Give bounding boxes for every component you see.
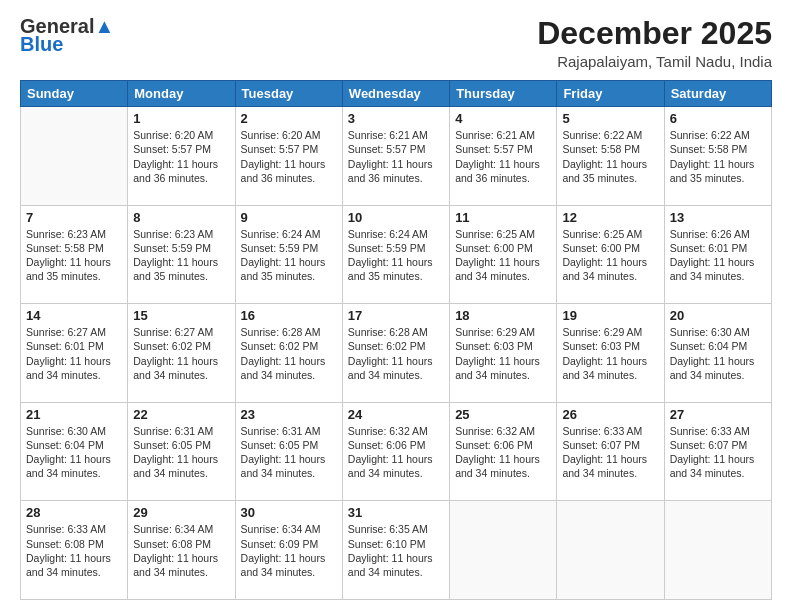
calendar-cell: 8Sunrise: 6:23 AM Sunset: 5:59 PM Daylig…	[128, 205, 235, 304]
calendar-cell: 23Sunrise: 6:31 AM Sunset: 6:05 PM Dayli…	[235, 402, 342, 501]
day-number: 17	[348, 308, 444, 323]
calendar-cell: 9Sunrise: 6:24 AM Sunset: 5:59 PM Daylig…	[235, 205, 342, 304]
day-info: Sunrise: 6:31 AM Sunset: 6:05 PM Dayligh…	[241, 424, 337, 481]
day-number: 23	[241, 407, 337, 422]
day-info: Sunrise: 6:35 AM Sunset: 6:10 PM Dayligh…	[348, 522, 444, 579]
day-number: 11	[455, 210, 551, 225]
day-number: 7	[26, 210, 122, 225]
day-number: 9	[241, 210, 337, 225]
calendar-cell: 7Sunrise: 6:23 AM Sunset: 5:58 PM Daylig…	[21, 205, 128, 304]
day-info: Sunrise: 6:20 AM Sunset: 5:57 PM Dayligh…	[133, 128, 229, 185]
day-info: Sunrise: 6:27 AM Sunset: 6:02 PM Dayligh…	[133, 325, 229, 382]
calendar-day-header: Wednesday	[342, 81, 449, 107]
day-number: 13	[670, 210, 766, 225]
calendar-cell: 26Sunrise: 6:33 AM Sunset: 6:07 PM Dayli…	[557, 402, 664, 501]
day-number: 31	[348, 505, 444, 520]
calendar-week-row: 28Sunrise: 6:33 AM Sunset: 6:08 PM Dayli…	[21, 501, 772, 600]
day-info: Sunrise: 6:20 AM Sunset: 5:57 PM Dayligh…	[241, 128, 337, 185]
day-info: Sunrise: 6:25 AM Sunset: 6:00 PM Dayligh…	[455, 227, 551, 284]
calendar-cell: 22Sunrise: 6:31 AM Sunset: 6:05 PM Dayli…	[128, 402, 235, 501]
day-info: Sunrise: 6:34 AM Sunset: 6:08 PM Dayligh…	[133, 522, 229, 579]
day-info: Sunrise: 6:34 AM Sunset: 6:09 PM Dayligh…	[241, 522, 337, 579]
day-info: Sunrise: 6:23 AM Sunset: 5:58 PM Dayligh…	[26, 227, 122, 284]
day-info: Sunrise: 6:29 AM Sunset: 6:03 PM Dayligh…	[562, 325, 658, 382]
day-info: Sunrise: 6:32 AM Sunset: 6:06 PM Dayligh…	[348, 424, 444, 481]
calendar-cell: 1Sunrise: 6:20 AM Sunset: 5:57 PM Daylig…	[128, 107, 235, 206]
calendar-cell: 2Sunrise: 6:20 AM Sunset: 5:57 PM Daylig…	[235, 107, 342, 206]
day-info: Sunrise: 6:23 AM Sunset: 5:59 PM Dayligh…	[133, 227, 229, 284]
calendar-day-header: Tuesday	[235, 81, 342, 107]
day-number: 25	[455, 407, 551, 422]
logo: General▲ Blue	[20, 16, 114, 54]
calendar-cell: 25Sunrise: 6:32 AM Sunset: 6:06 PM Dayli…	[450, 402, 557, 501]
calendar-day-header: Monday	[128, 81, 235, 107]
day-number: 1	[133, 111, 229, 126]
calendar-cell	[664, 501, 771, 600]
calendar-cell: 6Sunrise: 6:22 AM Sunset: 5:58 PM Daylig…	[664, 107, 771, 206]
day-number: 19	[562, 308, 658, 323]
calendar-day-header: Sunday	[21, 81, 128, 107]
calendar-cell: 10Sunrise: 6:24 AM Sunset: 5:59 PM Dayli…	[342, 205, 449, 304]
day-info: Sunrise: 6:30 AM Sunset: 6:04 PM Dayligh…	[26, 424, 122, 481]
title-block: December 2025 Rajapalaiyam, Tamil Nadu, …	[537, 16, 772, 70]
day-info: Sunrise: 6:28 AM Sunset: 6:02 PM Dayligh…	[348, 325, 444, 382]
day-info: Sunrise: 6:31 AM Sunset: 6:05 PM Dayligh…	[133, 424, 229, 481]
calendar-cell	[557, 501, 664, 600]
page: General▲ Blue December 2025 Rajapalaiyam…	[0, 0, 792, 612]
day-number: 4	[455, 111, 551, 126]
day-number: 2	[241, 111, 337, 126]
calendar-cell: 18Sunrise: 6:29 AM Sunset: 6:03 PM Dayli…	[450, 304, 557, 403]
day-info: Sunrise: 6:32 AM Sunset: 6:06 PM Dayligh…	[455, 424, 551, 481]
calendar-week-row: 7Sunrise: 6:23 AM Sunset: 5:58 PM Daylig…	[21, 205, 772, 304]
day-number: 15	[133, 308, 229, 323]
day-number: 24	[348, 407, 444, 422]
day-number: 3	[348, 111, 444, 126]
calendar-cell: 17Sunrise: 6:28 AM Sunset: 6:02 PM Dayli…	[342, 304, 449, 403]
calendar-cell: 3Sunrise: 6:21 AM Sunset: 5:57 PM Daylig…	[342, 107, 449, 206]
day-info: Sunrise: 6:22 AM Sunset: 5:58 PM Dayligh…	[562, 128, 658, 185]
day-info: Sunrise: 6:26 AM Sunset: 6:01 PM Dayligh…	[670, 227, 766, 284]
day-number: 5	[562, 111, 658, 126]
calendar-cell: 21Sunrise: 6:30 AM Sunset: 6:04 PM Dayli…	[21, 402, 128, 501]
day-info: Sunrise: 6:33 AM Sunset: 6:07 PM Dayligh…	[562, 424, 658, 481]
day-number: 12	[562, 210, 658, 225]
day-number: 20	[670, 308, 766, 323]
day-number: 29	[133, 505, 229, 520]
day-number: 10	[348, 210, 444, 225]
calendar-cell: 19Sunrise: 6:29 AM Sunset: 6:03 PM Dayli…	[557, 304, 664, 403]
calendar-cell: 29Sunrise: 6:34 AM Sunset: 6:08 PM Dayli…	[128, 501, 235, 600]
calendar-day-header: Saturday	[664, 81, 771, 107]
day-number: 16	[241, 308, 337, 323]
day-info: Sunrise: 6:27 AM Sunset: 6:01 PM Dayligh…	[26, 325, 122, 382]
calendar-cell: 27Sunrise: 6:33 AM Sunset: 6:07 PM Dayli…	[664, 402, 771, 501]
calendar-cell: 15Sunrise: 6:27 AM Sunset: 6:02 PM Dayli…	[128, 304, 235, 403]
header: General▲ Blue December 2025 Rajapalaiyam…	[20, 16, 772, 70]
day-info: Sunrise: 6:33 AM Sunset: 6:07 PM Dayligh…	[670, 424, 766, 481]
day-info: Sunrise: 6:30 AM Sunset: 6:04 PM Dayligh…	[670, 325, 766, 382]
calendar-cell	[450, 501, 557, 600]
calendar-cell: 31Sunrise: 6:35 AM Sunset: 6:10 PM Dayli…	[342, 501, 449, 600]
calendar-day-header: Thursday	[450, 81, 557, 107]
day-number: 26	[562, 407, 658, 422]
day-info: Sunrise: 6:28 AM Sunset: 6:02 PM Dayligh…	[241, 325, 337, 382]
logo-blue-text: Blue	[20, 34, 63, 54]
day-info: Sunrise: 6:33 AM Sunset: 6:08 PM Dayligh…	[26, 522, 122, 579]
day-number: 28	[26, 505, 122, 520]
day-number: 22	[133, 407, 229, 422]
day-number: 18	[455, 308, 551, 323]
day-info: Sunrise: 6:22 AM Sunset: 5:58 PM Dayligh…	[670, 128, 766, 185]
main-title: December 2025	[537, 16, 772, 51]
calendar-cell: 13Sunrise: 6:26 AM Sunset: 6:01 PM Dayli…	[664, 205, 771, 304]
calendar-cell: 16Sunrise: 6:28 AM Sunset: 6:02 PM Dayli…	[235, 304, 342, 403]
calendar-header-row: SundayMondayTuesdayWednesdayThursdayFrid…	[21, 81, 772, 107]
calendar-cell: 14Sunrise: 6:27 AM Sunset: 6:01 PM Dayli…	[21, 304, 128, 403]
day-number: 8	[133, 210, 229, 225]
calendar-week-row: 21Sunrise: 6:30 AM Sunset: 6:04 PM Dayli…	[21, 402, 772, 501]
day-number: 6	[670, 111, 766, 126]
calendar-cell: 30Sunrise: 6:34 AM Sunset: 6:09 PM Dayli…	[235, 501, 342, 600]
day-number: 27	[670, 407, 766, 422]
day-number: 30	[241, 505, 337, 520]
calendar-cell: 20Sunrise: 6:30 AM Sunset: 6:04 PM Dayli…	[664, 304, 771, 403]
calendar-cell	[21, 107, 128, 206]
day-number: 21	[26, 407, 122, 422]
